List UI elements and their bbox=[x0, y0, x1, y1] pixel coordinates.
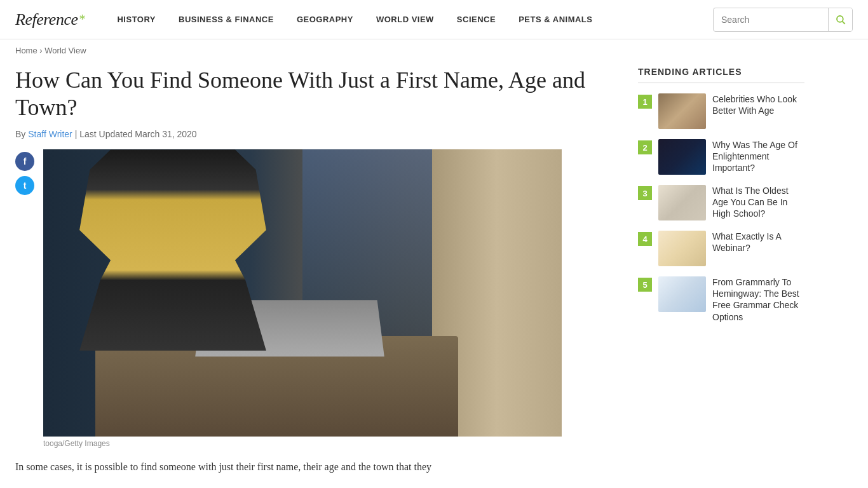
trending-title: TRENDING ARTICLES bbox=[638, 67, 804, 83]
article-author: Staff Writer bbox=[28, 129, 72, 139]
trending-item-3[interactable]: 3 What Is The Oldest Age You Can Be In H… bbox=[638, 185, 804, 220]
svg-point-0 bbox=[837, 16, 843, 22]
trending-item-1[interactable]: 1 Celebrities Who Look Better With Age bbox=[638, 93, 804, 129]
logo-asterisk: * bbox=[79, 12, 85, 27]
main-content: How Can You Find Someone With Just a Fir… bbox=[0, 62, 868, 476]
breadcrumb-home[interactable]: Home bbox=[15, 46, 37, 55]
search-box bbox=[713, 8, 853, 32]
header: Reference* HISTORY BUSINESS & FINANCE GE… bbox=[0, 0, 868, 39]
article-image-section: tooga/Getty Images bbox=[43, 149, 562, 458]
trending-item-text-5: From Grammarly To Hemingway: The Best Fr… bbox=[712, 276, 804, 323]
article-body: In some cases, it is possible to find so… bbox=[15, 458, 613, 475]
trending-number-1: 1 bbox=[638, 95, 652, 109]
svg-line-1 bbox=[842, 21, 844, 24]
search-button[interactable] bbox=[828, 8, 852, 32]
nav-item-science[interactable]: SCIENCE bbox=[445, 15, 507, 24]
search-icon bbox=[835, 14, 846, 25]
trending-thumb-1 bbox=[658, 93, 706, 129]
trending-number-5: 5 bbox=[638, 278, 652, 292]
main-nav: HISTORY BUSINESS & FINANCE GEOGRAPHY WOR… bbox=[105, 15, 713, 24]
facebook-icon: f bbox=[24, 156, 27, 166]
logo-text: Reference bbox=[15, 10, 78, 29]
facebook-share-button[interactable]: f bbox=[15, 152, 34, 171]
trending-number-3: 3 bbox=[638, 186, 652, 200]
article-title: How Can You Find Someone With Just a Fir… bbox=[15, 67, 613, 121]
nav-item-worldview[interactable]: WORLD VIEW bbox=[365, 15, 445, 24]
article: How Can You Find Someone With Just a Fir… bbox=[15, 62, 613, 476]
site-logo[interactable]: Reference* bbox=[15, 10, 85, 29]
trending-item-2[interactable]: 2 Why Was The Age Of Enlightenment Impor… bbox=[638, 139, 804, 175]
breadcrumb: Home › World View bbox=[0, 39, 868, 62]
nav-item-history[interactable]: HISTORY bbox=[105, 15, 167, 24]
article-date: March 31, 2020 bbox=[135, 129, 196, 139]
social-icons: f t bbox=[15, 152, 34, 195]
article-meta: By Staff Writer | Last Updated March 31,… bbox=[15, 129, 613, 139]
date-prefix: | Last Updated bbox=[72, 129, 135, 139]
nav-item-pets[interactable]: PETS & ANIMALS bbox=[507, 15, 604, 24]
trending-item-text-2: Why Was The Age Of Enlightenment Importa… bbox=[712, 139, 804, 174]
breadcrumb-current: World View bbox=[44, 46, 86, 55]
article-paragraph-1: In some cases, it is possible to find so… bbox=[15, 458, 613, 475]
author-prefix: By bbox=[15, 129, 28, 139]
image-caption: tooga/Getty Images bbox=[43, 439, 562, 448]
trending-thumb-5 bbox=[658, 276, 706, 312]
twitter-share-button[interactable]: t bbox=[15, 176, 34, 195]
nav-item-geography[interactable]: GEOGRAPHY bbox=[285, 15, 365, 24]
trending-number-4: 4 bbox=[638, 232, 652, 246]
article-image bbox=[43, 149, 562, 437]
trending-item-4[interactable]: 4 What Exactly Is A Webinar? bbox=[638, 231, 804, 266]
trending-item-text-1: Celebrities Who Look Better With Age bbox=[712, 93, 804, 116]
twitter-icon: t bbox=[24, 180, 27, 191]
nav-item-business[interactable]: BUSINESS & FINANCE bbox=[167, 15, 285, 24]
sidebar: TRENDING ARTICLES 1 Celebrities Who Look… bbox=[638, 62, 804, 476]
search-input[interactable] bbox=[714, 15, 828, 25]
trending-item-5[interactable]: 5 From Grammarly To Hemingway: The Best … bbox=[638, 276, 804, 323]
trending-item-text-4: What Exactly Is A Webinar? bbox=[712, 231, 804, 254]
trending-thumb-2 bbox=[658, 139, 706, 175]
trending-number-2: 2 bbox=[638, 140, 652, 154]
breadcrumb-separator: › bbox=[39, 46, 42, 55]
trending-item-text-3: What Is The Oldest Age You Can Be In Hig… bbox=[712, 185, 804, 220]
trending-thumb-3 bbox=[658, 185, 706, 220]
trending-thumb-4 bbox=[658, 231, 706, 266]
